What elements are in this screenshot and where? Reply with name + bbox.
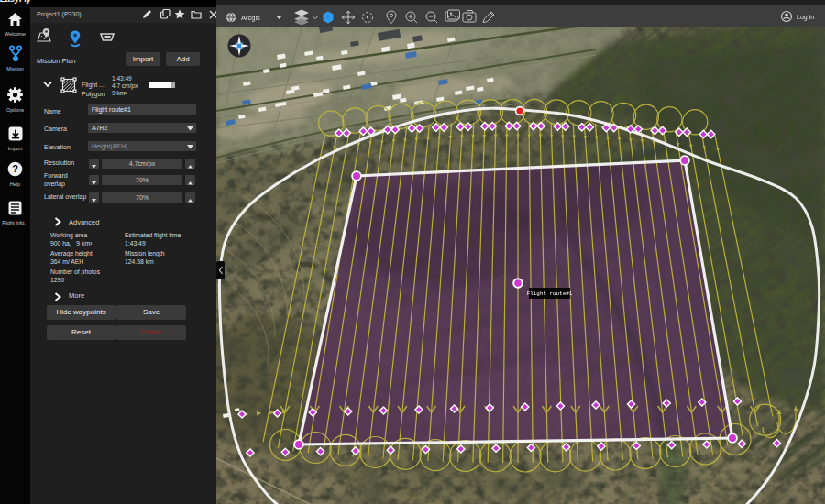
svg-text:Arcgis: Arcgis [241,14,260,22]
svg-text:Log in: Log in [797,14,814,21]
svg-text:Flight route#1: Flight route#1 [527,290,573,297]
svg-text:?: ? [12,163,18,174]
